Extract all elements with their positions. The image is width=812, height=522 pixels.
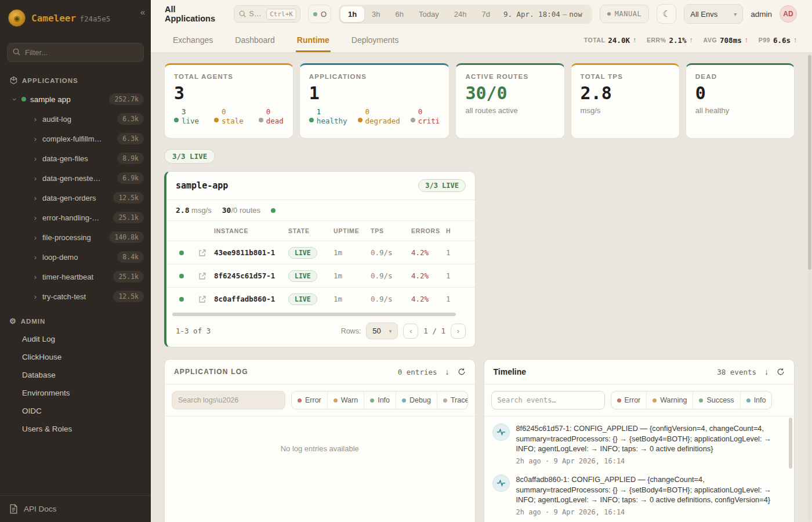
tab-dashboard[interactable]: Dashboard [234,28,276,52]
kpi-total-agents: TOTAL AGENTS 3 3live 0stale 0dead [164,63,293,139]
range-1h[interactable]: 1h [340,6,364,22]
chevron-right-icon: › [32,233,38,242]
theme-toggle-button[interactable]: ☾ [657,4,676,24]
filter-chip-error[interactable]: Error [292,392,327,409]
up-arrow-icon: ↑ [745,36,748,44]
sidebar-item-sample-app[interactable]: › sample app 252.7k [0,89,151,109]
filter-input[interactable] [7,43,144,62]
range-7d[interactable]: 7d [474,6,497,22]
date-range[interactable]: 9. Apr. 18:04–now [498,10,590,19]
filter-chip-trace[interactable]: Trace [437,392,468,409]
sidebar-item-clickhouse[interactable]: ClickHouse [0,348,151,366]
brand-name: Cameleer [31,13,76,24]
live-filter-badge[interactable]: 3/3 LIVE [164,149,215,164]
main-area: All Applications Ctrl+K O 1h 3h 6h Today… [151,0,812,522]
status-dot [179,274,184,278]
event-filters: Error Warning Success Info [611,391,773,409]
sidebar-item-route[interactable]: ›loop-demo8.4k [0,247,151,267]
log-search-input[interactable] [172,391,285,409]
sidebar-item-route[interactable]: ›file-processing140.8k [0,227,151,247]
sidebar-collapse-icon[interactable]: « [140,7,145,17]
brand-version: f24a5e5 [80,14,111,23]
chevron-right-icon: › [32,115,38,124]
level-dot [699,398,703,403]
tab-runtime[interactable]: Runtime [296,28,331,52]
search-icon [238,10,246,18]
status-dot [271,208,276,213]
activity-icon [492,474,510,492]
window-scrollbar-thumb[interactable] [808,55,811,270]
table-row[interactable]: 43ee9811b801-1 LIVE 1m 0.9/s 4.2% 1 [166,241,475,264]
filter-chip-success[interactable]: Success [693,392,740,409]
sidebar-item-route[interactable]: ›data-gen-orders12.5k [0,188,151,208]
range-today[interactable]: Today [411,6,447,22]
row-range: 1-3 of 3 [176,327,211,335]
level-dot [370,398,374,403]
table-row[interactable]: 8c0affadb860-1 LIVE 1m 0.9/s 4.2% 1 [166,287,475,310]
chevron-down-icon: › [10,96,19,102]
manual-refresh-button[interactable]: MANUAL [600,5,649,23]
status-dot [214,118,219,122]
sidebar-item-oidc[interactable]: OIDC [0,402,151,420]
sidebar-item-route[interactable]: ›complex-fulfillm…6.3k [0,129,151,148]
prev-page-button[interactable]: ‹ [403,324,418,339]
search-input[interactable] [249,10,266,18]
api-docs-link[interactable]: API Docs [0,495,151,522]
kpi-substat: 0dead [259,107,284,125]
next-page-button[interactable]: › [451,324,466,339]
filter-chip-debug[interactable]: Debug [396,392,437,409]
tab-deployments[interactable]: Deployments [350,28,400,52]
stat-total: TOTAL24.0K↑ [584,36,636,45]
external-link-icon[interactable] [191,295,214,303]
entries-count: 0 entries [398,368,437,376]
events-search-input[interactable] [491,391,605,409]
timeline-event[interactable]: 8c0affadb860-1: CONFIG_APPLIED — {change… [492,474,786,516]
chevron-right-icon: › [32,213,38,222]
refresh-icon[interactable] [777,368,785,376]
env-select[interactable]: All Envs ▾ [684,4,743,24]
kpi-value: 2.8 [581,84,670,103]
sidebar-item-users-roles[interactable]: Users & Roles [0,420,151,438]
filter-chip-error[interactable]: Error [611,392,647,409]
global-search[interactable]: Ctrl+K [234,5,300,23]
topbar: All Applications Ctrl+K O 1h 3h 6h Today… [151,0,812,28]
external-link-icon[interactable] [191,249,214,257]
content: TOTAL AGENTS 3 3live 0stale 0dead APPLIC… [151,53,812,522]
range-6h[interactable]: 6h [388,6,411,22]
table-row[interactable]: 8f6245c61d57-1 LIVE 1m 0.9/s 4.2% 1 [166,264,475,287]
sidebar-item-route[interactable]: ›data-gen-files8.9k [0,148,151,168]
caret-down-icon: ▾ [734,11,737,17]
external-link-icon[interactable] [191,272,214,280]
avatar[interactable]: AD [780,5,797,23]
sidebar-item-database[interactable]: Database [0,366,151,384]
filter-chip-warn[interactable]: Warn [327,392,364,409]
rows-per-page-select[interactable]: 50▾ [366,322,398,339]
filter-chip-warning[interactable]: Warning [646,392,693,409]
filter-chip-info[interactable]: Info [740,392,772,409]
range-24h[interactable]: 24h [447,6,474,22]
filter-chip-info[interactable]: Info [364,392,396,409]
download-icon[interactable]: ↓ [445,367,449,376]
online-status-button[interactable]: O [308,5,331,23]
sidebar-item-route[interactable]: ›data-gen-neste…6.9k [0,168,151,188]
range-3h[interactable]: 3h [364,6,387,22]
sidebar-item-audit-log[interactable]: Audit Log [0,330,151,348]
event-message: 8c0affadb860-1: CONFIG_APPLIED — {change… [516,474,786,505]
status-dot [179,251,184,255]
sidebar-item-environments[interactable]: Environments [0,384,151,402]
tab-exchanges[interactable]: Exchanges [172,28,214,52]
level-dot [334,398,338,403]
app-name: sample-app [176,180,228,191]
sidebar-item-route[interactable]: ›audit-log6.3k [0,109,151,129]
sidebar-item-route[interactable]: ›try-catch-test12.5k [0,287,151,306]
timeline-event[interactable]: 8f6245c61d57-1: CONFIG_APPLIED — {config… [492,423,786,465]
moon-icon: ☾ [662,9,670,19]
panel-scrollbar[interactable] [789,418,792,469]
kpi-total-tps: TOTAL TPS 2.8 msg/s [571,63,680,139]
download-icon[interactable]: ↓ [764,367,768,376]
refresh-icon[interactable] [458,368,466,376]
status-dot [21,97,26,102]
sidebar-item-route[interactable]: ›error-handling-…25.1k [0,208,151,227]
sidebar-item-route[interactable]: ›timer-heartbeat25.1k [0,267,151,287]
event-message: 8f6245c61d57-1: CONFIG_APPLIED — {config… [516,423,786,454]
